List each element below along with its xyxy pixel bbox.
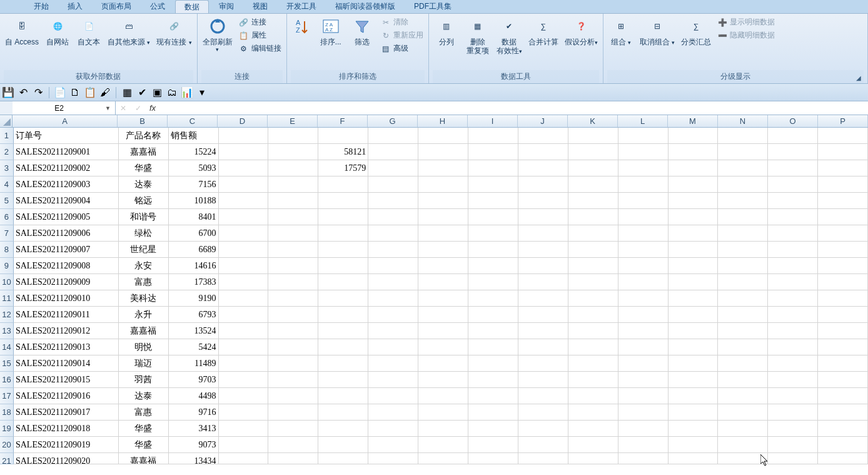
show-detail-button[interactable]: ➕显示明细数据	[716, 16, 776, 28]
cell[interactable]	[568, 453, 618, 464]
cell[interactable]	[219, 307, 269, 323]
cell[interactable]	[418, 388, 468, 404]
cell[interactable]: 3413	[169, 421, 219, 437]
cell[interactable]	[568, 372, 618, 388]
row-header[interactable]: 9	[0, 258, 14, 274]
row-header[interactable]: 8	[0, 242, 14, 258]
cell[interactable]	[219, 258, 269, 274]
cell[interactable]	[468, 193, 518, 209]
cell[interactable]	[618, 437, 669, 453]
cell[interactable]	[468, 437, 518, 453]
cell[interactable]	[368, 307, 418, 323]
cell[interactable]	[669, 209, 719, 225]
tab-8[interactable]: 福昕阅读器领鲜版	[326, 0, 404, 13]
cell[interactable]	[618, 355, 669, 372]
cell[interactable]	[669, 128, 719, 144]
cell[interactable]	[818, 258, 868, 274]
col-header-C[interactable]: C	[168, 115, 218, 127]
cell[interactable]: 9190	[169, 290, 219, 307]
cell[interactable]	[669, 307, 719, 323]
cell[interactable]	[268, 290, 318, 307]
cell[interactable]	[418, 274, 468, 290]
qat5-button[interactable]: ▦	[121, 87, 133, 98]
cell[interactable]	[818, 290, 868, 307]
cell[interactable]	[318, 323, 368, 339]
cell[interactable]	[768, 144, 818, 160]
cell[interactable]	[618, 339, 669, 355]
cell[interactable]	[368, 404, 418, 421]
cell[interactable]	[669, 404, 719, 421]
cell[interactable]	[618, 160, 669, 176]
cell[interactable]	[669, 176, 719, 193]
cell[interactable]	[468, 209, 518, 225]
cell[interactable]	[718, 290, 768, 307]
cell[interactable]	[268, 421, 318, 437]
data-tool-button-0[interactable]: ▥分列	[433, 15, 460, 48]
cell[interactable]	[618, 404, 669, 421]
cell[interactable]	[468, 421, 518, 437]
row-header[interactable]: 7	[0, 225, 14, 242]
cell[interactable]	[669, 274, 719, 290]
cell[interactable]	[268, 176, 318, 193]
cell[interactable]	[219, 128, 269, 144]
cell[interactable]	[418, 355, 468, 372]
filter-button[interactable]: 筛选	[348, 15, 376, 48]
cell[interactable]: SALES20211209008	[14, 258, 119, 274]
cell[interactable]: 8401	[169, 209, 219, 225]
cell[interactable]: SALES20211209016	[14, 388, 119, 404]
cell[interactable]	[268, 307, 318, 323]
row-header[interactable]: 14	[0, 339, 14, 355]
cell[interactable]	[268, 339, 318, 355]
cell[interactable]	[768, 355, 818, 372]
cell[interactable]	[418, 176, 468, 193]
cell[interactable]	[718, 209, 768, 225]
cell[interactable]	[468, 290, 518, 307]
cell[interactable]	[468, 307, 518, 323]
cell[interactable]	[818, 388, 868, 404]
cell[interactable]: 永安	[119, 258, 169, 274]
data-tool-button-2[interactable]: ✔数据有效性▾	[495, 15, 523, 57]
cell[interactable]	[669, 453, 719, 464]
cell[interactable]	[318, 209, 368, 225]
cell[interactable]	[268, 274, 318, 290]
row-header[interactable]: 19	[0, 421, 14, 437]
cell[interactable]: 明悦	[119, 339, 169, 355]
cell[interactable]	[418, 242, 468, 258]
cell[interactable]: 永升	[119, 307, 169, 323]
cell[interactable]	[219, 242, 269, 258]
cell[interactable]	[418, 128, 468, 144]
cell[interactable]	[368, 225, 418, 242]
cell[interactable]	[568, 290, 618, 307]
cell[interactable]	[818, 323, 868, 339]
save-button[interactable]: 💾	[3, 87, 14, 98]
cell[interactable]	[268, 209, 318, 225]
cell[interactable]: 10188	[169, 193, 219, 209]
formula-input[interactable]	[159, 101, 868, 115]
cell[interactable]: 订单号	[14, 128, 119, 144]
cell[interactable]	[418, 209, 468, 225]
cell[interactable]	[718, 339, 768, 355]
ext-data-button-2[interactable]: 📄自文本	[75, 15, 103, 48]
tab-6[interactable]: 视图	[244, 0, 276, 13]
cell[interactable]	[818, 193, 868, 209]
col-header-L[interactable]: L	[618, 115, 668, 127]
cell[interactable]	[468, 355, 518, 372]
cell[interactable]	[718, 144, 768, 160]
col-header-A[interactable]: A	[13, 115, 118, 127]
tab-1[interactable]: 插入	[59, 0, 91, 13]
cell[interactable]	[318, 242, 368, 258]
cell[interactable]	[718, 372, 768, 388]
dialog-launcher-icon[interactable]: ◢	[855, 74, 862, 82]
cell[interactable]: 富惠	[119, 274, 169, 290]
cell[interactable]	[718, 274, 768, 290]
cell[interactable]	[568, 160, 618, 176]
cell[interactable]	[219, 209, 269, 225]
cell[interactable]	[268, 128, 318, 144]
cell[interactable]	[568, 274, 618, 290]
cell[interactable]	[418, 144, 468, 160]
cell[interactable]: 瑞迈	[119, 355, 169, 372]
cell[interactable]	[418, 453, 468, 464]
cell[interactable]: 世纪星	[119, 242, 169, 258]
cell[interactable]	[518, 274, 568, 290]
cell[interactable]: SALES20211209009	[14, 274, 119, 290]
